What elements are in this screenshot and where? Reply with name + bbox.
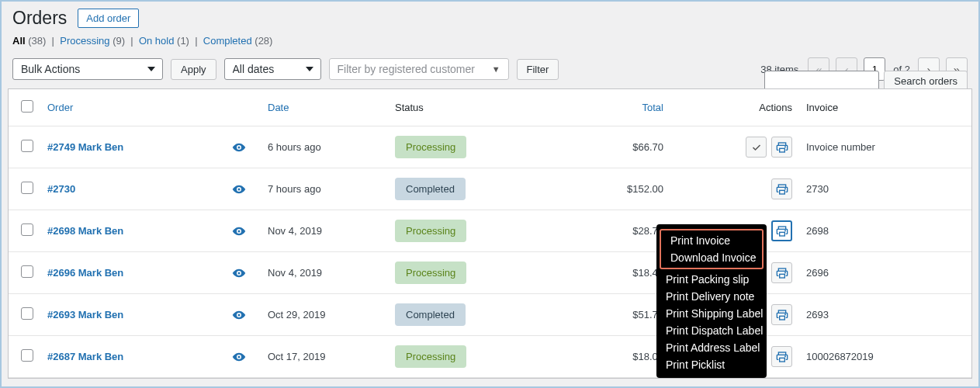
print-action-button[interactable] <box>771 304 792 325</box>
svg-rect-4 <box>779 190 784 194</box>
table-row[interactable]: #2687 Mark BenOct 17, 2019Processing$18.… <box>9 336 971 378</box>
table-row[interactable]: #27307 hours agoCompleted$152.002730 <box>9 168 971 210</box>
dropdown-item[interactable]: Print Dispatch Label <box>656 322 767 339</box>
row-checkbox[interactable] <box>21 223 33 236</box>
dropdown-item[interactable]: Print Address Label <box>656 339 767 356</box>
column-invoice: Invoice <box>806 102 838 113</box>
status-badge: Processing <box>395 345 466 368</box>
invoice-number: Invoice number <box>806 141 964 153</box>
order-link[interactable]: #2693 Mark Ben <box>47 309 123 320</box>
filter-onhold[interactable]: On hold (1) <box>139 35 192 47</box>
svg-rect-6 <box>778 227 785 229</box>
svg-rect-7 <box>779 232 784 236</box>
print-action-button[interactable] <box>771 346 792 367</box>
column-actions: Actions <box>759 102 792 113</box>
svg-point-2 <box>784 146 785 147</box>
order-total: $152.00 <box>581 183 682 195</box>
svg-rect-15 <box>778 352 785 355</box>
row-checkbox[interactable] <box>21 182 33 194</box>
svg-rect-1 <box>779 148 784 152</box>
orders-table: Order Date Status Total Actions Invoice … <box>8 88 972 379</box>
apply-button[interactable]: Apply <box>171 59 216 80</box>
order-total: $66.70 <box>581 141 682 153</box>
invoice-number: 2730 <box>806 183 964 195</box>
all-dates-select[interactable]: All dates <box>224 58 321 80</box>
order-date: 6 hours ago <box>268 141 395 153</box>
svg-rect-12 <box>778 310 785 313</box>
order-date: Nov 4, 2019 <box>268 225 395 237</box>
preview-eye-icon[interactable] <box>230 182 248 196</box>
print-action-button[interactable] <box>771 220 792 241</box>
status-badge: Completed <box>395 178 466 200</box>
complete-action-button[interactable] <box>746 137 767 158</box>
filter-button[interactable]: Filter <box>517 59 559 80</box>
order-link[interactable]: #2698 Mark Ben <box>47 225 123 237</box>
dropdown-item[interactable]: Print Invoice <box>661 232 762 249</box>
filter-completed[interactable]: Completed (28) <box>203 35 273 47</box>
order-link[interactable]: #2730 <box>47 183 75 195</box>
order-date: Oct 29, 2019 <box>268 309 395 320</box>
order-date: Nov 4, 2019 <box>268 267 395 279</box>
chevron-down-icon: ▼ <box>492 64 500 74</box>
table-row[interactable]: #2749 Mark Ben6 hours agoProcessing$66.7… <box>9 126 971 168</box>
table-row[interactable]: #2696 Mark BenNov 4, 2019Processing$18.4… <box>9 252 971 294</box>
status-badge: Processing <box>395 136 466 158</box>
order-link[interactable]: #2687 Mark Ben <box>47 351 123 362</box>
preview-eye-icon[interactable] <box>230 224 248 238</box>
svg-rect-9 <box>778 268 785 271</box>
order-date: Oct 17, 2019 <box>268 351 395 362</box>
print-action-button[interactable] <box>771 178 792 199</box>
order-link[interactable]: #2749 Mark Ben <box>47 141 123 153</box>
svg-rect-3 <box>778 185 785 187</box>
svg-point-8 <box>784 230 785 230</box>
table-header-row: Order Date Status Total Actions Invoice <box>9 89 971 126</box>
status-badge: Processing <box>395 262 466 284</box>
table-row[interactable]: #2693 Mark BenOct 29, 2019Completed$51.7… <box>9 294 971 336</box>
bulk-actions-select[interactable]: Bulk Actions <box>12 58 163 80</box>
filter-all[interactable]: All (38) <box>12 35 49 47</box>
preview-eye-icon[interactable] <box>230 308 248 322</box>
row-checkbox[interactable] <box>21 265 33 278</box>
print-dropdown-menu: Print Invoice Download Invoice Print Pac… <box>656 224 767 378</box>
status-filter-list: All (38) | Processing (9) | On hold (1) … <box>2 29 978 53</box>
dropdown-item[interactable]: Print Packing slip <box>656 271 767 288</box>
dropdown-item[interactable]: Download Invoice <box>661 249 762 266</box>
table-row[interactable]: #2698 Mark BenNov 4, 2019Processing$28.7… <box>9 210 971 252</box>
dropdown-item[interactable]: Print Picklist <box>656 356 767 373</box>
column-order[interactable]: Order <box>47 102 73 113</box>
svg-point-14 <box>784 314 785 314</box>
select-all-checkbox[interactable] <box>21 100 33 113</box>
order-date: 7 hours ago <box>268 183 395 195</box>
dropdown-item[interactable]: Print Delivery note <box>656 288 767 305</box>
print-action-button[interactable] <box>771 137 792 158</box>
preview-eye-icon[interactable] <box>230 140 248 154</box>
filter-customer-select[interactable]: Filter by registered customer ▼ <box>329 58 509 80</box>
highlight-box: Print Invoice Download Invoice <box>660 229 764 269</box>
preview-eye-icon[interactable] <box>230 266 248 280</box>
row-checkbox[interactable] <box>21 140 33 152</box>
add-order-button[interactable]: Add order <box>78 9 139 28</box>
svg-point-5 <box>784 188 785 189</box>
print-action-button[interactable] <box>771 262 792 283</box>
filter-processing[interactable]: Processing (9) <box>60 35 127 47</box>
page-title: Orders <box>12 8 67 29</box>
column-date[interactable]: Date <box>268 102 289 113</box>
svg-rect-0 <box>778 143 785 145</box>
dropdown-item[interactable]: Print Shipping Label <box>656 305 767 322</box>
invoice-number: 2693 <box>806 309 964 320</box>
row-checkbox[interactable] <box>21 349 33 362</box>
svg-rect-13 <box>779 316 784 320</box>
invoice-number: 2698 <box>806 225 964 237</box>
row-checkbox[interactable] <box>21 307 33 320</box>
status-badge: Completed <box>395 303 466 326</box>
invoice-number: 2696 <box>806 267 964 279</box>
svg-point-17 <box>784 355 785 356</box>
column-total[interactable]: Total <box>642 102 663 113</box>
svg-point-11 <box>784 272 785 272</box>
invoice-number: 100026872019 <box>806 351 964 362</box>
order-link[interactable]: #2696 Mark Ben <box>47 267 123 279</box>
preview-eye-icon[interactable] <box>230 350 248 364</box>
status-badge: Processing <box>395 220 466 242</box>
svg-rect-10 <box>779 274 784 278</box>
svg-rect-16 <box>779 358 784 362</box>
